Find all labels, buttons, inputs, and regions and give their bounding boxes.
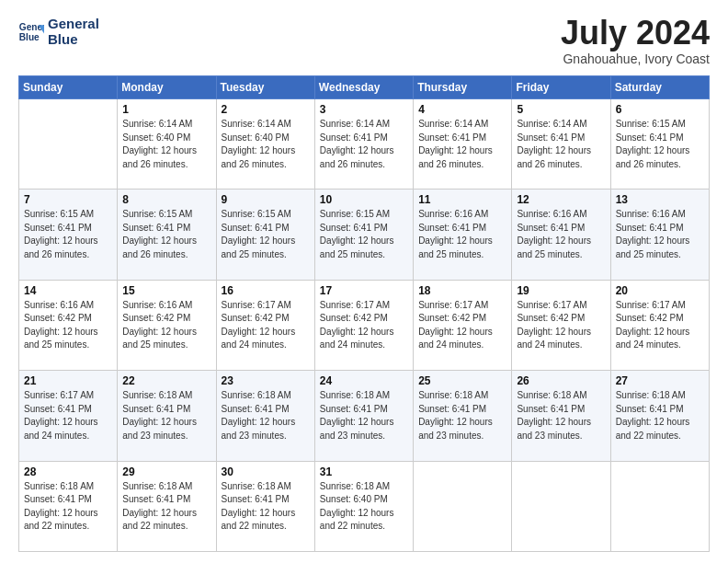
header-wednesday: Wednesday [314, 76, 413, 99]
day-info: Sunrise: 6:16 AMSunset: 6:41 PMDaylight:… [418, 208, 506, 261]
calendar-cell: 10Sunrise: 6:15 AMSunset: 6:41 PMDayligh… [314, 190, 413, 280]
day-info: Sunrise: 6:17 AMSunset: 6:41 PMDaylight:… [24, 389, 112, 442]
calendar-cell: 12Sunrise: 6:16 AMSunset: 6:41 PMDayligh… [512, 190, 610, 280]
calendar-header-row: Sunday Monday Tuesday Wednesday Thursday… [19, 76, 710, 99]
day-info: Sunrise: 6:17 AMSunset: 6:42 PMDaylight:… [320, 299, 408, 352]
header-friday: Friday [512, 76, 610, 99]
logo: General Blue General Blue [18, 17, 99, 47]
day-info: Sunrise: 6:17 AMSunset: 6:42 PMDaylight:… [517, 299, 605, 352]
calendar-cell: 11Sunrise: 6:16 AMSunset: 6:41 PMDayligh… [414, 190, 512, 280]
day-info: Sunrise: 6:14 AMSunset: 6:41 PMDaylight:… [517, 118, 605, 171]
day-number: 11 [418, 193, 506, 206]
day-info: Sunrise: 6:18 AMSunset: 6:41 PMDaylight:… [122, 480, 210, 534]
day-number: 24 [320, 374, 408, 387]
day-info: Sunrise: 6:18 AMSunset: 6:41 PMDaylight:… [222, 389, 310, 442]
day-number: 18 [418, 284, 506, 297]
day-number: 13 [616, 193, 704, 206]
header: General Blue General Blue July 2024 Gnah… [18, 17, 710, 66]
day-info: Sunrise: 6:15 AMSunset: 6:41 PMDaylight:… [320, 208, 408, 261]
day-number: 5 [517, 103, 605, 116]
day-number: 28 [24, 465, 112, 478]
calendar-cell: 26Sunrise: 6:18 AMSunset: 6:41 PMDayligh… [512, 371, 610, 461]
day-info: Sunrise: 6:18 AMSunset: 6:40 PMDaylight:… [320, 480, 408, 534]
calendar-cell: 30Sunrise: 6:18 AMSunset: 6:41 PMDayligh… [216, 461, 314, 551]
day-number: 4 [418, 103, 506, 116]
calendar-cell: 16Sunrise: 6:17 AMSunset: 6:42 PMDayligh… [216, 280, 314, 370]
day-info: Sunrise: 6:17 AMSunset: 6:42 PMDaylight:… [222, 299, 310, 352]
day-info: Sunrise: 6:14 AMSunset: 6:41 PMDaylight:… [320, 118, 408, 171]
calendar-cell [414, 461, 512, 551]
calendar-cell: 27Sunrise: 6:18 AMSunset: 6:41 PMDayligh… [610, 371, 709, 461]
calendar-cell: 29Sunrise: 6:18 AMSunset: 6:41 PMDayligh… [118, 461, 216, 551]
header-monday: Monday [118, 76, 216, 99]
calendar-week-1: 1Sunrise: 6:14 AMSunset: 6:40 PMDaylight… [19, 99, 710, 190]
calendar-cell: 13Sunrise: 6:16 AMSunset: 6:41 PMDayligh… [610, 190, 709, 280]
day-info: Sunrise: 6:16 AMSunset: 6:42 PMDaylight:… [122, 299, 210, 352]
calendar-week-5: 28Sunrise: 6:18 AMSunset: 6:41 PMDayligh… [19, 461, 710, 551]
title-block: July 2024 Gnahouahue, Ivory Coast [561, 17, 710, 66]
day-number: 17 [320, 284, 408, 297]
calendar-cell: 24Sunrise: 6:18 AMSunset: 6:41 PMDayligh… [314, 371, 413, 461]
calendar-cell: 8Sunrise: 6:15 AMSunset: 6:41 PMDaylight… [118, 190, 216, 280]
header-tuesday: Tuesday [216, 76, 314, 99]
day-number: 19 [517, 284, 605, 297]
calendar-cell: 2Sunrise: 6:14 AMSunset: 6:40 PMDaylight… [216, 99, 314, 190]
calendar-cell: 3Sunrise: 6:14 AMSunset: 6:41 PMDaylight… [314, 99, 413, 190]
calendar-week-2: 7Sunrise: 6:15 AMSunset: 6:41 PMDaylight… [19, 190, 710, 280]
calendar-cell: 9Sunrise: 6:15 AMSunset: 6:41 PMDaylight… [216, 190, 314, 280]
calendar-week-4: 21Sunrise: 6:17 AMSunset: 6:41 PMDayligh… [19, 371, 710, 461]
day-number: 16 [222, 284, 310, 297]
logo-text-general: General [48, 17, 99, 32]
day-info: Sunrise: 6:14 AMSunset: 6:40 PMDaylight:… [222, 118, 310, 171]
day-info: Sunrise: 6:15 AMSunset: 6:41 PMDaylight:… [122, 208, 210, 261]
day-info: Sunrise: 6:18 AMSunset: 6:41 PMDaylight:… [320, 389, 408, 442]
day-number: 2 [222, 103, 310, 116]
calendar-cell: 22Sunrise: 6:18 AMSunset: 6:41 PMDayligh… [118, 371, 216, 461]
day-number: 25 [418, 374, 506, 387]
calendar-cell: 28Sunrise: 6:18 AMSunset: 6:41 PMDayligh… [19, 461, 118, 551]
calendar-cell: 18Sunrise: 6:17 AMSunset: 6:42 PMDayligh… [414, 280, 512, 370]
day-number: 10 [320, 193, 408, 206]
month-title: July 2024 [561, 17, 710, 50]
calendar-cell: 6Sunrise: 6:15 AMSunset: 6:41 PMDaylight… [610, 99, 709, 190]
day-number: 27 [616, 374, 704, 387]
day-info: Sunrise: 6:18 AMSunset: 6:41 PMDaylight:… [418, 389, 506, 442]
day-info: Sunrise: 6:17 AMSunset: 6:42 PMDaylight:… [616, 299, 704, 352]
calendar-cell: 15Sunrise: 6:16 AMSunset: 6:42 PMDayligh… [118, 280, 216, 370]
day-number: 22 [122, 374, 210, 387]
calendar-cell: 23Sunrise: 6:18 AMSunset: 6:41 PMDayligh… [216, 371, 314, 461]
header-saturday: Saturday [610, 76, 709, 99]
calendar-cell [512, 461, 610, 551]
day-number: 1 [122, 103, 210, 116]
logo-text-blue: Blue [48, 32, 99, 48]
day-number: 15 [122, 284, 210, 297]
calendar-cell: 20Sunrise: 6:17 AMSunset: 6:42 PMDayligh… [610, 280, 709, 370]
header-sunday: Sunday [19, 76, 118, 99]
day-info: Sunrise: 6:15 AMSunset: 6:41 PMDaylight:… [24, 208, 112, 261]
day-number: 21 [24, 374, 112, 387]
calendar-cell: 7Sunrise: 6:15 AMSunset: 6:41 PMDaylight… [19, 190, 118, 280]
day-info: Sunrise: 6:17 AMSunset: 6:42 PMDaylight:… [418, 299, 506, 352]
calendar-cell: 5Sunrise: 6:14 AMSunset: 6:41 PMDaylight… [512, 99, 610, 190]
calendar-cell: 14Sunrise: 6:16 AMSunset: 6:42 PMDayligh… [19, 280, 118, 370]
calendar-cell: 4Sunrise: 6:14 AMSunset: 6:41 PMDaylight… [414, 99, 512, 190]
calendar-cell: 31Sunrise: 6:18 AMSunset: 6:40 PMDayligh… [314, 461, 413, 551]
day-number: 30 [222, 465, 310, 478]
calendar-week-3: 14Sunrise: 6:16 AMSunset: 6:42 PMDayligh… [19, 280, 710, 370]
day-info: Sunrise: 6:18 AMSunset: 6:41 PMDaylight:… [616, 389, 704, 442]
day-number: 23 [222, 374, 310, 387]
day-info: Sunrise: 6:18 AMSunset: 6:41 PMDaylight:… [24, 480, 112, 534]
logo-icon: General Blue [18, 19, 44, 45]
day-number: 26 [517, 374, 605, 387]
day-number: 9 [222, 193, 310, 206]
calendar-cell [19, 99, 118, 190]
day-number: 8 [122, 193, 210, 206]
location-subtitle: Gnahouahue, Ivory Coast [561, 52, 710, 66]
calendar-cell: 25Sunrise: 6:18 AMSunset: 6:41 PMDayligh… [414, 371, 512, 461]
day-number: 12 [517, 193, 605, 206]
day-number: 29 [122, 465, 210, 478]
day-info: Sunrise: 6:18 AMSunset: 6:41 PMDaylight:… [122, 389, 210, 442]
day-info: Sunrise: 6:15 AMSunset: 6:41 PMDaylight:… [222, 208, 310, 261]
day-number: 20 [616, 284, 704, 297]
day-info: Sunrise: 6:15 AMSunset: 6:41 PMDaylight:… [616, 118, 704, 171]
